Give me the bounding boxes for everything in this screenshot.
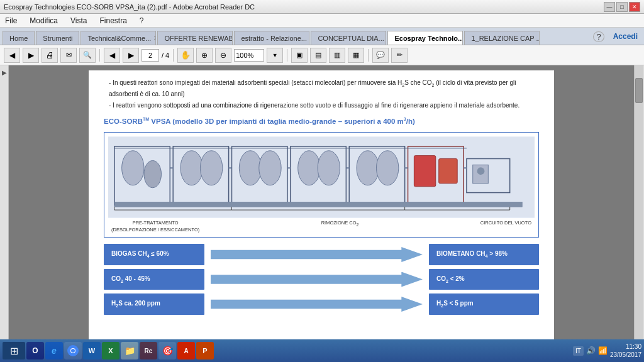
diagram-label-left: PRE-TRATTAMENTO (DESOLFORAZIONE / ESSICC… [111, 219, 199, 234]
zoom-in-button[interactable]: ⊕ [196, 48, 213, 63]
flow-input-biogas: BIOGAS CH4 ≤ 60% [104, 244, 204, 265]
svg-point-12 [239, 150, 261, 185]
scrollbar-thumb[interactable] [635, 78, 643, 103]
page-separator: / 4 [162, 52, 169, 59]
toolbar-sep-2 [173, 49, 174, 62]
email-button[interactable]: ✉ [60, 48, 77, 63]
flow-row-1: BIOGAS CH4 ≤ 60% BIOMETANO CH4 > 98% [104, 244, 539, 265]
menu-vista[interactable]: Vista [68, 15, 89, 26]
close-button[interactable]: ✕ [629, 2, 640, 12]
tab-estratto[interactable]: estratto - Relazione...✕ [234, 31, 309, 45]
svg-point-9 [144, 160, 162, 187]
windows-icon: ⊞ [10, 345, 18, 357]
scrollbar-track[interactable] [635, 65, 643, 362]
toolbar-sep-3 [287, 49, 287, 62]
taskbar-powerpoint[interactable]: P [196, 342, 214, 359]
diagram-box: PRE-TRATTAMENTO (DESOLFORAZIONE / ESSICC… [104, 132, 539, 238]
menu-file[interactable]: File [3, 15, 19, 26]
main-area: ▶ - In questi reattori sono impiegati de… [0, 65, 644, 362]
svg-point-17 [376, 150, 398, 185]
flow-input-co2: CO2 40 - 45% [104, 269, 204, 290]
next-page-button[interactable]: ▶ [123, 48, 139, 63]
flow-output-biometano: BIOMETANO CH4 > 98% [429, 244, 539, 265]
sidebar-expand-icon[interactable]: ▶ [2, 69, 7, 76]
bullet-1: - In questi reattori sono impiegati dei … [104, 78, 539, 99]
search-button[interactable]: 🔍 [79, 48, 96, 63]
toolbar-sep-4 [368, 49, 369, 62]
flow-row-2: CO2 40 - 45% CO2 < 2% [104, 269, 539, 290]
zoom-dropdown-button[interactable]: ▼ [267, 48, 283, 63]
flow-input-h2s: H2S ca. 200 ppm [104, 293, 204, 315]
flow-arrow-3 [211, 297, 423, 312]
svg-rect-21 [114, 202, 523, 207]
taskbar-rc[interactable]: Rc [140, 342, 157, 359]
clock-time: 11:30 [610, 343, 641, 351]
full-screen-button[interactable]: ▦ [348, 48, 364, 63]
start-button[interactable]: ⊞ [3, 342, 25, 359]
forward-button[interactable]: ▶ [23, 48, 39, 63]
flow-arrow-1 [211, 247, 423, 262]
toolbar-sep-1 [99, 49, 100, 62]
help-icon[interactable]: ? [593, 31, 604, 42]
taskbar-excel[interactable]: X [102, 342, 119, 359]
svg-point-16 [357, 150, 379, 185]
tab-ecospray[interactable]: Ecospray Technolo...✕ [387, 31, 463, 45]
markup-button[interactable]: ✏ [391, 48, 408, 63]
tab-offerte[interactable]: OFFERTE RENEWAB...✕ [157, 31, 233, 45]
sidebar-right [634, 65, 644, 362]
signin-button[interactable]: Accedi [609, 31, 641, 42]
diagram-label-center: RIMOZIONE CO2 [321, 219, 359, 234]
zoom-input[interactable] [234, 49, 264, 62]
svg-rect-18 [414, 155, 435, 186]
taskbar-word[interactable]: W [83, 342, 101, 359]
bullet-2: - I reattori vengono sottoposti ad una c… [104, 101, 539, 110]
fit-page-button[interactable]: ▣ [291, 48, 308, 63]
fit-width-button[interactable]: ▤ [310, 48, 326, 63]
page-number-input[interactable] [142, 49, 159, 62]
tab-home[interactable]: Home [3, 31, 35, 45]
rotate-button[interactable]: ▥ [329, 48, 345, 63]
pdf-viewport[interactable]: - In questi reattori sono impiegati dei … [9, 65, 634, 362]
menu-modifica[interactable]: Modifica [27, 15, 60, 26]
menu-help[interactable]: ? [137, 15, 147, 26]
window-controls[interactable]: — □ ✕ [604, 2, 640, 12]
system-clock: 11:30 23/05/2017 [610, 343, 641, 359]
toolbar: ◀ ▶ 🖨 ✉ 🔍 ◀ ▶ / 4 ✋ ⊕ ⊖ ▼ ▣ ▤ ▥ ▦ 💬 ✏ [0, 45, 644, 65]
back-button[interactable]: ◀ [4, 48, 20, 63]
tab-conceptual[interactable]: CONCEPTUAL DIA...✕ [311, 31, 386, 45]
taskbar-acrobat[interactable]: A [177, 342, 195, 359]
tab-strumenti[interactable]: Strumenti [36, 31, 79, 45]
flow-arrow-2 [211, 272, 423, 287]
svg-point-39 [71, 349, 75, 353]
print-button[interactable]: 🖨 [42, 48, 58, 63]
window-title: Ecospray Technologies ECO-SORB VPSA_ita … [4, 3, 604, 11]
menu-bar: File Modifica Vista Finestra ? [0, 14, 644, 28]
tab-technical[interactable]: Technical&Comme...✕ [80, 31, 156, 45]
comment-button[interactable]: 💬 [372, 48, 389, 63]
taskbar-chrome[interactable] [64, 342, 82, 359]
taskbar-ie[interactable]: e [45, 342, 63, 359]
prev-page-button[interactable]: ◀ [104, 48, 120, 63]
zoom-out-button[interactable]: ⊖ [215, 48, 231, 63]
svg-point-11 [200, 150, 222, 185]
taskbar-target[interactable]: 🎯 [158, 342, 176, 359]
network-icon: 🔊 [586, 346, 596, 355]
tab-relazione[interactable]: 1_RELAZIONE CAP ...✕ [464, 31, 540, 45]
tab-close-technical[interactable]: ✕ [153, 35, 156, 41]
svg-point-13 [259, 150, 281, 185]
taskbar: ⊞ O e W X 📁 Rc 🎯 A P IT 🔊 📶 11:30 23/05/… [0, 339, 644, 362]
taskbar-explorer[interactable]: 📁 [121, 342, 138, 359]
menu-finestra[interactable]: Finestra [97, 15, 130, 26]
sidebar-left: ▶ [0, 65, 9, 362]
svg-point-10 [180, 150, 203, 185]
flow-section: BIOGAS CH4 ≤ 60% BIOMETANO CH4 > 98% CO2… [104, 244, 539, 315]
taskbar-outlook[interactable]: O [26, 342, 44, 359]
title-bar: Ecospray Technologies ECO-SORB VPSA_ita … [0, 0, 644, 14]
flow-output-h2s: H2S < 5 ppm [429, 293, 539, 315]
maximize-button[interactable]: □ [616, 2, 628, 12]
flow-output-co2: CO2 < 2% [429, 269, 539, 290]
minimize-button[interactable]: — [604, 2, 615, 12]
hand-tool-button[interactable]: ✋ [177, 48, 194, 63]
volume-icon: 📶 [598, 346, 608, 355]
language-indicator[interactable]: IT [573, 346, 584, 356]
